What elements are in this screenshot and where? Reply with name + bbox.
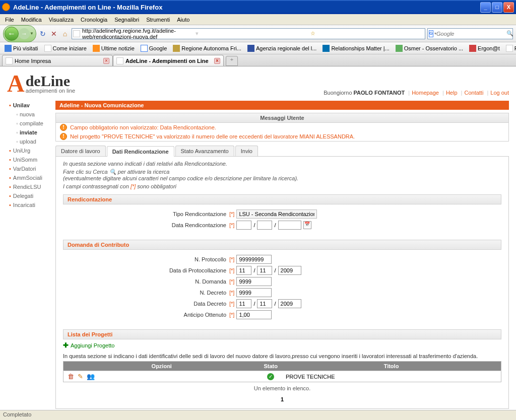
data-rend-month[interactable] — [257, 221, 272, 230]
tab-icon — [116, 57, 123, 64]
messages-panel: Messaggi Utente ! Campo obbligatorio non… — [55, 113, 509, 142]
user-name: PAOLO FONTANOT — [354, 90, 405, 96]
tab-datore[interactable]: Datore di lavoro — [55, 146, 106, 156]
search-input[interactable] — [436, 31, 506, 37]
new-tab-button[interactable]: + — [226, 56, 238, 66]
edit-icon[interactable]: ✎ — [78, 373, 83, 380]
sidebar-item-ammsociali[interactable]: AmmSociali — [7, 173, 52, 182]
google-icon[interactable]: G — [429, 30, 433, 37]
sidebar-item-uniurg[interactable]: UniUrg — [7, 146, 52, 155]
datadecreto-month[interactable] — [257, 299, 272, 308]
bookmark-item[interactable]: Ergon@t — [467, 44, 502, 53]
menu-aiuto[interactable]: Aiuto — [174, 16, 192, 24]
tab-dati-rendicontazione[interactable]: Dati Rendicontazione — [107, 146, 174, 157]
sidebar-item-compilate[interactable]: compilate — [7, 119, 52, 128]
data-rend-year[interactable] — [278, 221, 301, 230]
back-button[interactable]: ← — [5, 27, 19, 41]
sidebar-item-incaricati[interactable]: Incaricati — [7, 200, 52, 209]
browser-tab[interactable]: AdeLine - Adempimenti on Line × — [113, 55, 224, 66]
bookmark-item[interactable]: Regione Autonoma Fri... — [170, 44, 244, 53]
search-icon[interactable]: 🔍 — [506, 30, 513, 37]
pager: 1 — [63, 394, 501, 404]
warning-icon: ! — [60, 133, 67, 140]
menu-cronologia[interactable]: Cronologia — [78, 16, 110, 24]
stop-button[interactable]: ✕ — [49, 29, 58, 38]
breadcrumb: Adeline - Nuova Comunicazione — [55, 101, 509, 110]
feed-icon[interactable]: ▾ — [196, 30, 309, 37]
ndecreto-field[interactable] — [236, 288, 272, 297]
menu-bar: File Modifica Visualizza Cronologia Segn… — [0, 14, 516, 25]
bookmark-item[interactable]: Come iniziare — [42, 44, 89, 53]
dataproto-month[interactable] — [257, 266, 272, 275]
link-contatti[interactable]: Contatti — [464, 90, 483, 96]
nproto-field[interactable] — [236, 255, 272, 264]
users-icon[interactable]: 👥 — [87, 373, 95, 380]
history-dropdown[interactable]: ▼ — [30, 31, 35, 36]
link-homepage[interactable]: Homepage — [412, 90, 439, 96]
data-rend-day[interactable] — [236, 221, 251, 230]
bookmark-item[interactable]: Più visitati — [2, 44, 41, 53]
bookmark-item[interactable]: Google — [138, 44, 169, 53]
logo: A deLine adempimenti on line — [7, 72, 75, 96]
sidebar-item-delegati[interactable]: Delegati — [7, 191, 52, 200]
anticipo-field[interactable] — [236, 310, 272, 319]
tab-close-icon[interactable]: × — [214, 58, 220, 64]
bookmark-item[interactable]: Agenzia regionale del l... — [245, 44, 319, 53]
label-ndecreto: N. Decreto — [63, 290, 229, 296]
sidebar-item-unisomm[interactable]: UniSomm — [7, 155, 52, 164]
label-tipo: Tipo Rendicontazione — [63, 211, 229, 217]
dataproto-day[interactable] — [236, 266, 251, 275]
label-ndomanda: N. Domanda — [63, 278, 229, 285]
label-data-rend: Data Rendicontazione — [63, 222, 229, 228]
datadecreto-day[interactable] — [236, 299, 251, 308]
title-bar: AdeLine - Adempimenti on Line - Mozilla … — [0, 0, 516, 14]
search-bar[interactable]: G ▾ 🔍 — [427, 28, 513, 39]
sidebar-item-unilav[interactable]: Unilav — [7, 101, 52, 110]
add-progetto-link[interactable]: ✚ Aggiungi Progetto — [63, 339, 501, 351]
bookmark-star-icon[interactable]: ☆ — [310, 30, 424, 37]
browser-tab[interactable]: Home Impresa × — [2, 55, 113, 66]
reload-button[interactable]: ↻ — [38, 29, 47, 38]
bookmark-item[interactable]: Ultime notizie — [90, 44, 137, 53]
sidebar-item-rendicls[interactable]: RendicLSU — [7, 182, 52, 191]
menu-modifica[interactable]: Modifica — [18, 16, 45, 24]
bookmark-item[interactable]: Relationships Matter |... — [320, 44, 392, 53]
sidebar-item-upload[interactable]: upload — [7, 137, 52, 146]
message-item: ! Nel progetto "PROVE TECNICHE" va valor… — [56, 132, 508, 141]
tipo-field[interactable] — [236, 209, 317, 219]
status-text: Completato — [3, 411, 31, 417]
message-item: ! Campo obbligatorio non valorizzato: Da… — [56, 123, 508, 132]
tab-stato[interactable]: Stato Avanzamento — [175, 146, 234, 156]
ndomanda-field[interactable] — [236, 277, 272, 286]
close-button[interactable]: X — [503, 2, 514, 13]
menu-file[interactable]: File — [2, 16, 17, 24]
section-rendicontazione: Rendicontazione — [63, 194, 501, 204]
dataproto-year[interactable] — [278, 266, 301, 275]
address-bar[interactable]: http://adelinefvg.regione.fvg.it/adeline… — [72, 28, 425, 39]
tab-close-icon[interactable]: × — [103, 58, 109, 64]
section-domanda: Domanda di Contributo — [63, 240, 501, 250]
status-ok-icon: ✓ — [267, 373, 274, 380]
menu-strumenti[interactable]: Strumenti — [143, 16, 173, 24]
menu-visualizza[interactable]: Visualizza — [46, 16, 77, 24]
delete-icon[interactable]: 🗑 — [68, 373, 74, 380]
calendar-icon[interactable]: 📅 — [303, 221, 311, 229]
maximize-button[interactable]: □ — [492, 2, 502, 13]
bookmark-item[interactable]: ReteLavoro — [503, 44, 516, 53]
link-help[interactable]: Help — [446, 90, 458, 96]
bookmark-item[interactable]: Osmer - Osservatorio ... — [393, 44, 466, 53]
link-logout[interactable]: Log out — [490, 90, 509, 96]
sidebar-item-vardatori[interactable]: VarDatori — [7, 164, 52, 173]
section-progetti: Lista dei Progetti — [63, 329, 501, 339]
firefox-icon — [2, 3, 10, 11]
home-button[interactable]: ⌂ — [60, 29, 70, 38]
label-anticipo: Anticipo Ottenuto — [63, 312, 229, 318]
menu-segnalibri[interactable]: Segnalibri — [111, 16, 142, 24]
datadecreto-year[interactable] — [278, 299, 301, 308]
sidebar-item-inviate[interactable]: inviate — [7, 128, 52, 137]
tab-invio[interactable]: Invio — [235, 146, 258, 156]
tab-label: Home Impresa — [15, 58, 51, 64]
minimize-button[interactable]: _ — [480, 2, 491, 13]
forward-button[interactable]: → — [19, 28, 30, 39]
sidebar-item-nuova[interactable]: nuova — [7, 110, 52, 119]
